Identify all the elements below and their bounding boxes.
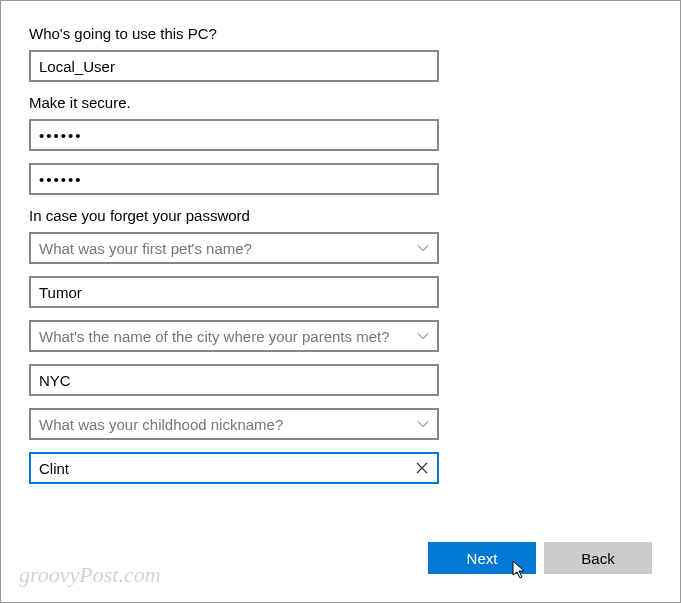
username-input[interactable] [29, 50, 439, 82]
password-section-label: Make it secure. [29, 94, 652, 111]
security-answer-3-input[interactable] [39, 454, 415, 482]
confirm-password-input[interactable]: •••••• [29, 163, 439, 195]
back-button[interactable]: Back [544, 542, 652, 574]
security-section-label: In case you forget your password [29, 207, 652, 224]
security-question-3-select[interactable]: What was your childhood nickname? [29, 408, 439, 440]
password-input[interactable]: •••••• [29, 119, 439, 151]
chevron-down-icon [417, 242, 429, 254]
button-row: Next Back [428, 542, 652, 574]
security-question-1-select[interactable]: What was your first pet's name? [29, 232, 439, 264]
clear-icon[interactable] [415, 461, 429, 475]
watermark: groovyPost.com [19, 562, 161, 588]
security-answer-1-input[interactable] [29, 276, 439, 308]
security-question-2-select[interactable]: What's the name of the city where your p… [29, 320, 439, 352]
next-button[interactable]: Next [428, 542, 536, 574]
security-question-2-text: What's the name of the city where your p… [39, 328, 399, 345]
security-question-3-text: What was your childhood nickname? [39, 416, 411, 433]
chevron-down-icon [417, 418, 429, 430]
security-answer-3-container [29, 452, 439, 484]
username-section-label: Who's going to use this PC? [29, 25, 652, 42]
chevron-down-icon [417, 330, 429, 342]
security-question-1-text: What was your first pet's name? [39, 240, 411, 257]
security-answer-2-input[interactable] [29, 364, 439, 396]
